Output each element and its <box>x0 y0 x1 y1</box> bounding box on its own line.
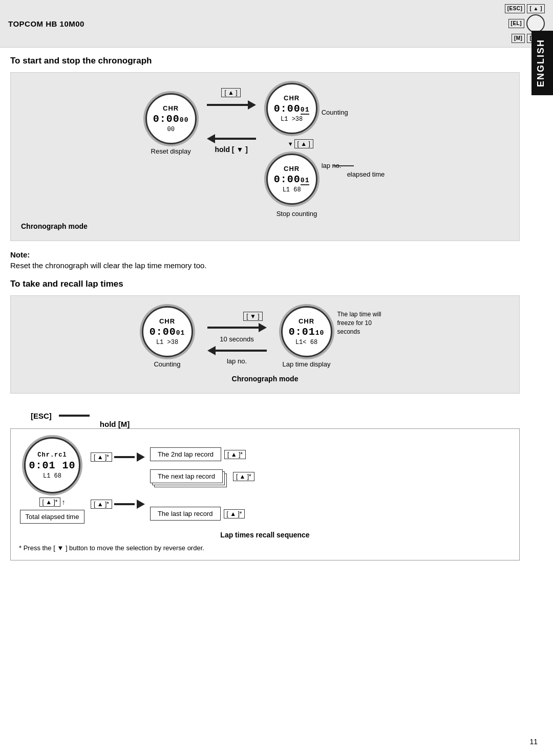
watch5: CHR 0:0110 L1< 68 <box>281 306 332 357</box>
ten-seconds-label: 10 seconds <box>220 335 254 343</box>
up-bracket-mid: ▼ <box>288 141 293 147</box>
watch2-mode: CHR <box>284 94 300 102</box>
watch4-lap: L1 >38 <box>156 339 178 346</box>
up-star-mid2: [ ▲ ]* <box>91 500 112 509</box>
watch3-time: 0:0001 <box>274 174 310 185</box>
esc-bracket-label: [ESC] <box>31 412 52 420</box>
watch-recall-lap: L1 68 <box>43 472 61 480</box>
main-content: To start and stop the chronograph CHR 0:… <box>0 48 553 569</box>
watch2-lap: L1 >38 <box>281 116 303 123</box>
topbar-title: TOPCOM HB 10M00 <box>8 19 84 28</box>
second-lap-box: The 2nd lap record <box>150 447 221 461</box>
note-text: Reset the chronograph will clear the lap… <box>10 261 520 270</box>
up-arrow-icon: ↑ <box>61 498 65 506</box>
lap-time-freeze-label: The lap time will freeze for 10 seconds <box>337 310 389 336</box>
note-bold: Note: <box>10 250 520 259</box>
recall-box: Chr.rcl 0:01 10 L1 68 [ ▲ ]* ↑ Total ela… <box>10 428 520 560</box>
watch1-mode: CHR <box>163 104 179 112</box>
up-star-mid1: [ ▲ ]* <box>91 452 112 462</box>
watch4-mode: CHR <box>159 317 175 325</box>
reset-display-label: Reset display <box>151 147 191 155</box>
el-button[interactable] <box>526 14 545 33</box>
m-label: [M] <box>512 34 525 43</box>
diagram2-box: CHR 0:0001 L1 >38 Counting [ ▼ ] 10 se <box>10 295 520 394</box>
esc-hold-row: [ESC] hold [M] <box>31 403 520 428</box>
lap-time-display-label: Lap time display <box>283 360 331 368</box>
chrono-mode-label1: Chronograph mode <box>21 222 88 230</box>
watch5-mode: CHR <box>299 317 314 325</box>
stop-counting-label: Stop counting <box>276 210 317 218</box>
sequence-label: Lap times recall sequence <box>19 531 511 539</box>
watch4-time: 0:0001 <box>150 326 185 338</box>
watch1-time: 0:0000 <box>153 113 189 125</box>
arrow-line-right <box>207 104 248 106</box>
watch5-time: 0:0110 <box>289 326 325 338</box>
arrow-head-right <box>248 100 256 110</box>
up-label: [ ▲ ] <box>527 4 545 13</box>
watch2: CHR 0:0001 L1 >38 <box>266 83 317 134</box>
el-label: [EL] <box>508 19 524 28</box>
esc-label: [ESC] <box>505 4 525 13</box>
up-bracket-top: [ ▲ ] <box>221 88 240 97</box>
down-bracket-label: [ ▼ ] <box>243 312 262 321</box>
elapsed-time-label: elapsed time <box>347 170 385 178</box>
up-star-right3: [ ▲ ]* <box>224 509 245 519</box>
watch4: CHR 0:0001 L1 >38 <box>142 306 193 357</box>
watch3: CHR 0:0001 L1 68 <box>266 154 317 205</box>
hold-m-label: hold [M] <box>100 420 130 428</box>
lap-no2-label: lap no. <box>227 357 247 365</box>
watch1: CHR 0:0000 00 <box>145 93 197 144</box>
english-tab: ENGLISH <box>531 31 553 95</box>
watch1-lap: 00 <box>167 126 174 133</box>
next-lap-box: The next lap record <box>150 469 223 483</box>
esc-h-line <box>59 415 90 417</box>
watch3-mode: CHR <box>284 165 300 172</box>
top-bar: TOPCOM HB 10M00 [ESC] [ ▲ ] [EL] [M] [ ▼… <box>0 0 553 48</box>
watch3-lap: L1 68 <box>283 186 301 193</box>
page-number: 11 <box>529 738 538 746</box>
hold-down-label: hold [ ▼ ] <box>215 145 247 154</box>
up-star-left: [ ▲ ]* <box>39 498 61 507</box>
watch-recall-time: 0:01 10 <box>29 460 75 471</box>
watch-recall: Chr.rcl 0:01 10 L1 68 <box>24 437 80 493</box>
total-elapsed-box: Total elapsed time <box>20 510 85 524</box>
up-star-right1: [ ▲ ]* <box>224 450 246 459</box>
arrow-head-left <box>207 134 215 143</box>
counting2-label: Counting <box>154 360 180 368</box>
section1-heading: To start and stop the chronograph <box>10 56 520 66</box>
footnote: * Press the [ ▼ ] button to move the sel… <box>19 544 511 552</box>
counting-label: Counting <box>322 109 348 116</box>
up-bracket-mid2: [ ▲ ] <box>294 139 313 148</box>
up-star-right2: [ ▲ ]* <box>233 472 254 481</box>
note-section: Note: Reset the chronograph will clear t… <box>10 250 520 270</box>
arrow-line-left <box>215 138 256 140</box>
watch5-lap: L1< 68 <box>295 339 317 346</box>
section2-heading: To take and recall lap times <box>10 279 520 289</box>
diagram1-box: CHR 0:0000 00 Reset display [ ▲ ] <box>10 72 520 241</box>
watch2-time: 0:0001 <box>274 103 310 115</box>
chrono-mode-label2: Chronograph mode <box>232 375 299 383</box>
watch-recall-mode: Chr.rcl <box>37 451 67 459</box>
last-lap-box: The last lap record <box>150 507 221 521</box>
